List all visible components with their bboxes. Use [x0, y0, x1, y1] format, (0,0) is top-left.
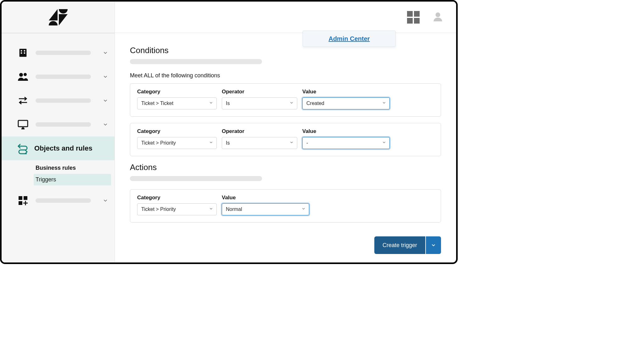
chevron-down-icon	[209, 207, 213, 212]
condition-row: Category Ticket > Ticket Operator Is Val…	[130, 83, 441, 117]
sidebar-item-people[interactable]	[2, 65, 115, 89]
chevron-down-icon	[102, 197, 109, 204]
header	[115, 2, 456, 33]
svg-rect-9	[19, 196, 22, 200]
chevron-down-icon	[209, 101, 213, 106]
chevron-down-icon	[209, 140, 213, 146]
placeholder-bar	[36, 74, 91, 79]
placeholder-bar	[36, 51, 91, 55]
field-label-operator: Operator	[222, 89, 297, 95]
building-icon	[17, 47, 29, 59]
svg-rect-1	[21, 50, 22, 52]
condition-category-select[interactable]: Ticket > Ticket	[137, 97, 217, 109]
svg-point-5	[19, 73, 23, 77]
chevron-down-icon	[102, 49, 109, 56]
svg-rect-3	[21, 52, 22, 54]
create-trigger-dropdown-button[interactable]	[426, 236, 441, 254]
flow-icon	[17, 142, 29, 155]
sidebar-item-apps[interactable]	[2, 189, 115, 212]
create-trigger-button[interactable]: Create trigger	[374, 236, 425, 254]
actions-title: Actions	[130, 163, 441, 172]
admin-center-tab[interactable]: Admin Center	[303, 30, 396, 47]
field-label-value: Value	[302, 128, 390, 135]
placeholder-bar	[36, 122, 91, 127]
chevron-down-icon	[289, 101, 294, 106]
placeholder-bar	[36, 98, 91, 103]
transfer-icon	[17, 94, 29, 107]
action-category-select[interactable]: Ticket > Priority	[137, 203, 217, 215]
field-label-category: Category	[137, 195, 217, 201]
people-icon	[17, 70, 29, 83]
chevron-down-icon	[301, 207, 306, 212]
sidebar-subheading: Business rules	[36, 162, 115, 174]
field-label-category: Category	[137, 128, 217, 135]
placeholder-bar	[36, 198, 91, 203]
avatar-icon[interactable]	[432, 11, 444, 24]
condition-row: Category Ticket > Priority Operator Is V…	[130, 123, 441, 156]
svg-rect-4	[24, 52, 25, 54]
zendesk-logo-icon	[48, 9, 68, 25]
conditions-all-label: Meet ALL of the following conditions	[130, 72, 441, 79]
sidebar-item-label: Objects and rules	[34, 144, 92, 152]
chevron-down-icon	[102, 73, 109, 80]
placeholder-bar	[130, 176, 262, 181]
main-content: Conditions Meet ALL of the following con…	[115, 2, 456, 262]
action-value-select[interactable]: Normal	[222, 203, 309, 215]
field-label-value: Value	[222, 195, 309, 201]
condition-value-select[interactable]: -	[302, 137, 390, 149]
condition-operator-select[interactable]: Is	[222, 137, 297, 149]
monitor-icon	[17, 118, 29, 131]
chevron-down-icon	[102, 121, 109, 128]
condition-operator-select[interactable]: Is	[222, 97, 297, 109]
svg-point-8	[22, 127, 24, 129]
field-label-operator: Operator	[222, 128, 297, 135]
condition-category-select[interactable]: Ticket > Priority	[137, 137, 217, 149]
products-grid-icon[interactable]	[407, 11, 420, 24]
svg-point-6	[24, 73, 27, 76]
apps-add-icon	[17, 194, 29, 207]
svg-rect-10	[24, 196, 27, 200]
svg-rect-0	[20, 49, 27, 57]
placeholder-bar	[130, 59, 262, 64]
sidebar-item-transfer[interactable]	[2, 89, 115, 113]
admin-center-link[interactable]: Admin Center	[328, 35, 370, 42]
svg-rect-7	[18, 120, 28, 127]
chevron-down-icon	[289, 140, 294, 146]
svg-point-12	[436, 12, 440, 17]
sidebar-subitem-triggers[interactable]: Triggers	[34, 174, 111, 185]
sidebar-item-workspaces[interactable]	[2, 113, 115, 136]
logo	[2, 2, 115, 33]
sidebar-item-company[interactable]	[2, 41, 115, 65]
chevron-down-icon	[382, 101, 386, 106]
sidebar: Objects and rules Business rules Trigger…	[2, 2, 115, 262]
condition-value-select[interactable]: Created	[302, 97, 390, 109]
sidebar-item-objects-rules[interactable]: Objects and rules	[2, 136, 115, 160]
svg-rect-11	[19, 201, 22, 205]
field-label-category: Category	[137, 89, 217, 95]
conditions-title: Conditions	[130, 46, 441, 55]
chevron-down-icon	[102, 97, 109, 104]
field-label-value: Value	[302, 89, 390, 95]
action-row: Category Ticket > Priority Value Normal	[130, 189, 441, 223]
svg-rect-2	[24, 50, 25, 52]
chevron-down-icon	[382, 140, 386, 146]
